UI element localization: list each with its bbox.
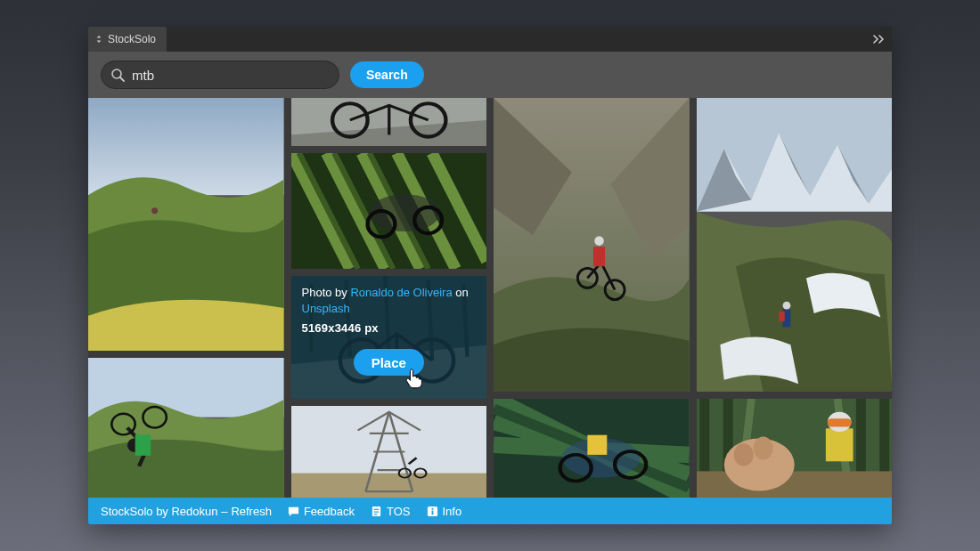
result-thumb[interactable] [291,153,487,269]
result-thumb[interactable] [697,399,893,498]
svg-rect-32 [587,435,607,455]
search-field-wrap [101,61,339,89]
result-credit: Photo by Ronaldo de Oliveira on Unsplash [302,285,477,316]
panel-tab-label: StockSolo [108,33,156,45]
footer-tos-link[interactable]: TOS [371,505,411,518]
credit-author-link[interactable]: Ronaldo de Oliveira [350,286,452,299]
result-thumb[interactable] [291,406,487,498]
svg-rect-20 [291,474,487,498]
place-row: Place [302,335,477,390]
svg-rect-42 [825,428,853,461]
svg-rect-47 [374,511,380,512]
svg-rect-36 [779,312,785,321]
svg-rect-38 [697,471,893,498]
search-input[interactable] [132,68,326,83]
tabbar-overflow-button[interactable] [867,27,892,52]
footer-feedback-label: Feedback [304,505,355,518]
results-column [494,98,690,498]
tabbar-spacer [167,27,867,52]
footer-brand-text: StockSolo by Redokun – [101,505,227,518]
svg-rect-2 [88,98,284,195]
cursor-hand-icon [404,368,424,389]
results-columns: Photo by Ronaldo de Oliveira on Unsplash… [88,98,892,498]
svg-point-27 [594,236,604,246]
footer-info-label: Info [443,505,462,518]
svg-point-35 [782,302,790,310]
svg-point-41 [753,437,772,460]
updown-icon [95,36,102,43]
result-thumb[interactable] [88,358,284,498]
search-button[interactable]: Search [350,61,424,88]
svg-rect-26 [593,247,605,266]
results-gallery: Photo by Ronaldo de Oliveira on Unsplash… [88,98,892,498]
footer-refresh-link[interactable]: Refresh [231,505,272,518]
panel-footer: StockSolo by Redokun – Refresh Feedback … [88,498,892,524]
result-detail-overlay: Photo by Ronaldo de Oliveira on Unsplash… [291,276,487,399]
result-dimensions: 5169x3446 px [302,321,477,335]
result-thumb[interactable] [88,98,284,351]
stocksolo-panel: StockSolo Search [88,27,892,524]
svg-rect-50 [431,507,433,509]
search-bar: Search [88,52,892,98]
footer-brand: StockSolo by Redokun – Refresh [101,505,272,518]
credit-on: on [453,286,469,299]
document-icon [371,506,382,517]
svg-rect-46 [374,508,380,509]
svg-line-1 [120,77,124,81]
results-column [88,98,284,498]
result-thumb[interactable] [697,98,893,392]
footer-info-link[interactable]: Info [427,505,462,518]
info-icon [427,506,438,517]
result-thumb[interactable] [494,98,690,392]
result-thumb[interactable] [291,98,487,146]
svg-rect-51 [431,510,433,515]
results-column: Photo by Ronaldo de Oliveira on Unsplash… [291,98,487,498]
chevrons-right-icon [873,31,886,47]
footer-tos-label: TOS [387,505,411,518]
search-icon [110,68,125,82]
credit-source-link[interactable]: Unsplash [302,302,350,315]
result-thumb-active[interactable]: Photo by Ronaldo de Oliveira on Unsplash… [291,276,487,399]
svg-rect-44 [828,418,851,426]
svg-point-40 [733,443,753,466]
result-thumb[interactable] [494,399,690,498]
chat-icon [288,506,299,517]
results-column [697,98,893,498]
footer-feedback-link[interactable]: Feedback [288,505,355,518]
svg-rect-48 [374,514,378,515]
panel-tab-stocksolo[interactable]: StockSolo [88,27,167,52]
panel-tabbar: StockSolo [88,27,892,52]
svg-point-3 [151,207,158,214]
credit-prefix: Photo by [302,286,351,299]
svg-rect-6 [135,434,151,456]
